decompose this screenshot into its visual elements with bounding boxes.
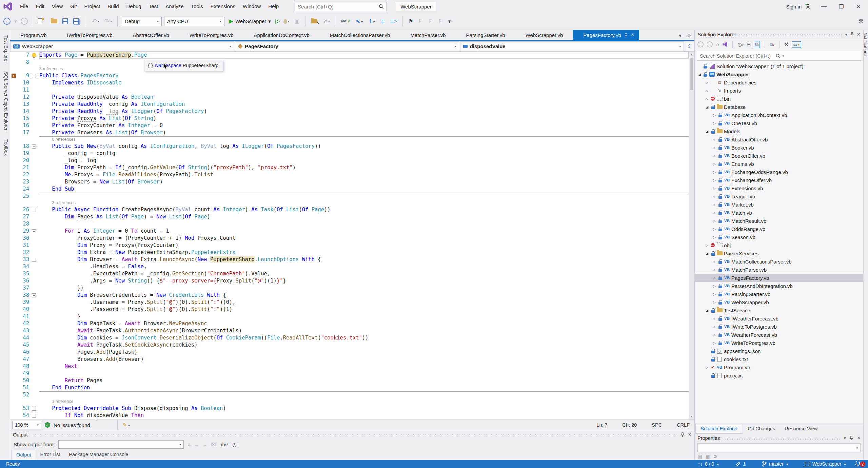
solution-platform-dropdown[interactable]: Any CPU▾ — [164, 17, 224, 26]
split-window-button[interactable]: ⇕ — [685, 41, 694, 51]
code-line-45[interactable]: 45 Await PageTask.SetCookieAsync(cookies… — [10, 342, 694, 349]
tree-item-iweatherforecast-vb[interactable]: ▷VBIWeatherForecast.vb — [695, 314, 863, 323]
code-line-54[interactable]: 54– If Not disposedValue Then — [10, 412, 694, 419]
forward-icon[interactable]: → — [707, 41, 713, 47]
tree-item-imports[interactable]: ▷⇲Imports — [695, 86, 863, 95]
close-icon[interactable]: ✕ — [857, 435, 861, 441]
tree-item-proxy-txt[interactable]: ———proxy.txt — [695, 371, 863, 379]
code-line-37[interactable]: 37 }) — [10, 285, 694, 292]
pin-icon[interactable] — [849, 436, 853, 441]
bottom-tab-error-list[interactable]: Error List — [36, 450, 65, 460]
undo-icon[interactable]: ↶▾ — [90, 16, 100, 26]
code-lens-references[interactable]: 1 reference — [10, 398, 694, 405]
menu-window[interactable]: Window — [239, 0, 264, 13]
navigate-forward-icon[interactable]: → — [21, 18, 28, 25]
tree-item-cookies-txt[interactable]: ———cookies.txt — [695, 355, 863, 363]
menu-extensions[interactable]: Extensions — [207, 0, 239, 13]
tree-item-webscrapper-vb[interactable]: ▷VBWebScrapper.vb — [695, 298, 863, 306]
start-debugging-button[interactable]: ▶ WebScrapper ▾ — [227, 18, 273, 25]
solution-configuration-dropdown[interactable]: Debug▾ — [122, 17, 162, 26]
menu-edit[interactable]: Edit — [32, 0, 48, 13]
code-line-12[interactable]: 12 Private disposedValue As Boolean — [10, 94, 694, 101]
code-line-22[interactable]: 22 Me.Proxys = File.ReadAllLines(ProxyPa… — [10, 171, 694, 178]
bookmarks-menu-chevron[interactable]: ▾ — [447, 17, 452, 25]
code-line-36[interactable]: 36 .Args = New String() {$"--proxy-serve… — [10, 277, 694, 285]
solution-explorer-search-box[interactable]: Search Solution Explorer (Ctrl+;) ▾ — [697, 51, 861, 61]
git-branch-button[interactable]: master ▲ — [754, 460, 797, 468]
expander-icon[interactable]: ▷ — [704, 366, 710, 369]
code-line-32[interactable]: 32 Dim Extra = New PuppeteerExtraSharp.P… — [10, 249, 694, 256]
notifications-bell-button[interactable]: 2 — [854, 460, 863, 468]
expander-icon[interactable]: ◢ — [697, 72, 702, 77]
toggle-bookmark-icon[interactable]: ⚑ — [407, 17, 414, 25]
editor-tab-program-vb[interactable]: Program.vb — [10, 30, 57, 40]
code-line-34[interactable]: 34 .Headless = False, — [10, 263, 694, 270]
editor-zoom-dropdown[interactable]: 100 %▾ — [12, 421, 41, 429]
expander-icon[interactable]: ▷ — [704, 81, 710, 84]
code-line-48[interactable]: 48 Next — [10, 363, 694, 370]
code-lens-references[interactable]: 0 references — [10, 136, 694, 143]
code-line-20[interactable]: 20 _log = log — [10, 157, 694, 164]
close-icon[interactable]: ✕ — [857, 32, 861, 37]
expander-icon[interactable]: ◢ — [704, 129, 710, 134]
type-dropdown[interactable]: PagesFactory ▾ — [235, 41, 459, 51]
pin-icon[interactable]: ⚲ — [625, 30, 628, 40]
output-source-dropdown[interactable]: ▾ — [58, 440, 184, 449]
code-line-40[interactable]: 40 .Password = Proxy.Split("@")(0).Split… — [10, 306, 694, 313]
outline-collapse-icon[interactable]: – — [32, 229, 36, 233]
code-line-33[interactable]: 33– Dim Browser = Await Extra.LaunchAsyn… — [10, 256, 694, 263]
expander-icon[interactable]: ▷ — [704, 97, 710, 101]
expander-icon[interactable]: ▷ — [712, 300, 717, 304]
spell-check-icon[interactable]: abc✓ — [339, 19, 352, 24]
expander-icon[interactable]: ▷ — [712, 138, 717, 141]
home-icon[interactable]: ⌂ — [716, 41, 719, 48]
code-line-35[interactable]: 35 .ExecutablePath = _config.GetSection(… — [10, 270, 694, 277]
expander-icon[interactable]: ▷ — [712, 292, 717, 296]
code-line-30[interactable]: 30 ProxyCounter = (ProxyCounter + 1) Mod… — [10, 235, 694, 242]
code-line-13[interactable]: 13 Private ReadOnly _config As IConfigur… — [10, 101, 694, 108]
expander-icon[interactable]: ▷ — [704, 243, 710, 247]
code-line-8[interactable]: 8 — [10, 59, 694, 66]
start-without-debugging-icon[interactable]: ▷ — [275, 18, 280, 25]
close-icon[interactable]: ✕ — [631, 30, 634, 40]
code-line-39[interactable]: 39 .Username = Proxy.Split("@")(0).Split… — [10, 299, 694, 306]
code-line-10[interactable]: 10 Implements IDisposable — [10, 79, 694, 86]
code-editor[interactable]: 7Imports Page = PuppeteerSharp.Page88 re… — [10, 52, 694, 420]
tree-item-exchangeoddsrange-vb[interactable]: ▷VBExchangeOddsRange.vb — [695, 168, 863, 176]
tree-item-program-vb[interactable]: ▷✓VBProgram.vb — [695, 363, 863, 371]
tree-item-bookeroffer-vb[interactable]: ▷VBBookerOffer.vb — [695, 152, 863, 160]
tree-item-exchangeoffer-vb[interactable]: ▷VBExchangeOffer.vb — [695, 176, 863, 184]
code-line-53[interactable]: 53– Protected Overridable Sub Dispose(di… — [10, 405, 694, 412]
project-dropdown[interactable]: VB WebScrapper ▾ — [10, 41, 234, 51]
code-line-31[interactable]: 31 Dim Proxy = Proxys(ProxyCounter) — [10, 242, 694, 249]
redo-icon[interactable]: ↷▾ — [103, 16, 113, 26]
properties-shortcut-icon[interactable]: ⚒ — [784, 41, 789, 47]
window-position-chevron[interactable]: ▾ — [845, 32, 848, 37]
bottom-tab-package-manager-console[interactable]: Package Manager Console — [64, 450, 133, 460]
tool-window-tab-toolbox[interactable]: Toolbox — [1, 136, 9, 159]
code-line-46[interactable]: 46 Pages.Add(PageTask) — [10, 349, 694, 356]
tree-item-webscrapper[interactable]: ◢VBWebScrapper — [695, 70, 863, 78]
menu-debug[interactable]: Debug — [123, 0, 145, 13]
tree-item-match-vb[interactable]: ▷VBMatch.vb — [695, 209, 863, 217]
tree-item-models[interactable]: ◢Models — [695, 127, 863, 135]
menu-build[interactable]: Build — [104, 0, 122, 13]
expander-icon[interactable]: ◢ — [704, 105, 710, 109]
tree-item-applicationdbcontext-vb[interactable]: ▷VBApplicationDbContext.vb — [695, 111, 863, 119]
code-line-9[interactable]: ↑9–Public Class PagesFactory — [10, 72, 694, 79]
code-line-38[interactable]: 38– Dim BrowserCredentials = New Credent… — [10, 292, 694, 299]
expander-icon[interactable]: ▷ — [712, 284, 717, 288]
tree-item-obj[interactable]: ▷obj — [695, 241, 863, 249]
outline-collapse-icon[interactable]: – — [32, 293, 36, 297]
code-line-23[interactable]: 23 Browsers = New List(Of Browser) — [10, 178, 694, 186]
editor-tab-pagesfactory-vb[interactable]: PagesFactory.vb⚲✕ — [573, 30, 639, 40]
tree-item-writetopostgres-vb[interactable]: ▷VBWriteToPostgres.vb — [695, 339, 863, 347]
pending-changes-filter-icon[interactable]: ◷▾ — [737, 41, 744, 47]
code-line-16[interactable]: 16 Private ProxyCounter As Integer = 0 — [10, 122, 694, 129]
code-line-17[interactable]: 17 Private Browsers As List(Of Browser) — [10, 129, 694, 136]
inheritance-margin-icon[interactable]: ↑ — [12, 74, 16, 78]
expander-icon[interactable]: ▷ — [712, 333, 717, 337]
search-options-chevron[interactable]: ▾ — [783, 54, 859, 58]
expander-icon[interactable]: ▷ — [712, 121, 717, 125]
tool-window-tab-sql-server-object-explorer[interactable]: SQL Server Object Explorer — [1, 69, 9, 134]
